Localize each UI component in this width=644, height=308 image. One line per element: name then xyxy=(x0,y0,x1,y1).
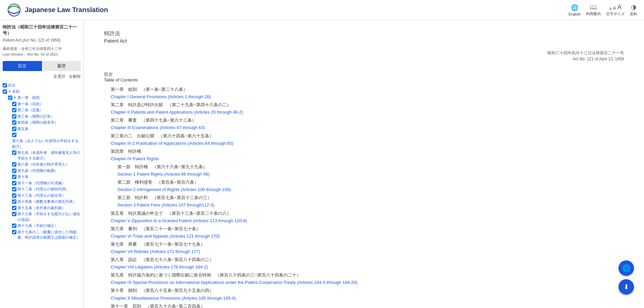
font-size-btn[interactable]: A A A 文字サイズ xyxy=(606,4,625,16)
toc-checkbox[interactable] xyxy=(12,181,16,185)
toc-section: 第十章 雑則 （第百八十五条−第百九十五条の四） Chapter X Misce… xyxy=(104,287,624,302)
toc-line-ja: 第三章 審査 （第四十七条−第六十三条） xyxy=(111,117,624,124)
toc-checkbox[interactable] xyxy=(12,162,16,167)
toc-checkbox[interactable] xyxy=(3,89,7,94)
toc-item-label[interactable]: 第一章 総則 xyxy=(17,95,40,101)
toc-item-label[interactable]: 第七条（未成年者、成年被後見人等の手続をする能力） xyxy=(17,150,81,161)
toc-line-en[interactable]: Chapter VII Retrials (Articles 171 throu… xyxy=(111,248,624,255)
toc-line-en[interactable]: Chapter IX Special Provisions on Interna… xyxy=(111,279,624,286)
toc-checkbox[interactable] xyxy=(12,224,16,228)
toc-item-label[interactable]: 第四条（期間の延長等） xyxy=(17,120,58,125)
toc-line-en[interactable]: Section 2 Infringement of Rights (Articl… xyxy=(117,186,624,193)
toc-checkbox[interactable] xyxy=(12,150,16,155)
toc-item-label[interactable]: 第十五条（在外者の裁判籍） xyxy=(17,205,65,211)
expand-icon[interactable]: ▼ xyxy=(8,89,11,94)
toc-item-label[interactable]: 第八条（在外者の特許管理人） xyxy=(17,162,69,167)
toc-checkbox[interactable] xyxy=(12,120,16,125)
toc-heading-ja: 目次 xyxy=(104,71,624,77)
toc-item-label[interactable]: 第二条（定義） xyxy=(17,107,43,113)
toc-checkbox[interactable] xyxy=(12,175,16,179)
expand-icon[interactable]: ▼ xyxy=(13,95,16,100)
toc-tree-item: 第四条（期間の延長等） xyxy=(3,119,81,126)
toc-checkbox[interactable] xyxy=(12,133,16,137)
toc-tree-item: 第十六条（手続をする能力がない場合の追認） xyxy=(3,211,81,223)
float-buttons: 🌐 ⬇ xyxy=(619,260,634,295)
toc-line-ja: 第六章 審判 （第百二十一条−第百七十条） xyxy=(111,225,624,233)
toc-checkbox[interactable] xyxy=(12,199,16,204)
toc-item-label[interactable]: 第九条（代理権の範囲） xyxy=(17,168,58,174)
toc-checkbox[interactable] xyxy=(12,108,16,112)
toc-checkbox[interactable] xyxy=(12,193,16,198)
toc-line-en[interactable]: Chapter I General Provisions (Articles 1… xyxy=(111,93,624,101)
toc-item-label[interactable]: 第十条 xyxy=(17,174,29,180)
tab-bar: 目次 履歴 xyxy=(3,61,81,71)
toc-line-ja: 第十章 雑則 （第百八十五条−第百九十五条の四） xyxy=(111,287,624,294)
toc-tree-item: 第十条 xyxy=(3,174,81,180)
toc-item-label[interactable]: 第十四条（複数当事者の相互代表） xyxy=(17,199,76,204)
font-size-large[interactable]: A xyxy=(618,4,622,11)
toc-item-label[interactable]: 第十二条（代理人の個別代理） xyxy=(17,186,69,192)
site-title: Japanese Law Translation xyxy=(25,6,108,14)
header-left: Japanese Law Translation xyxy=(7,3,108,17)
deselect-all-link[interactable]: 全解除 xyxy=(69,74,81,79)
toc-line-en[interactable]: Chapter V Opposition to a Granted Patent… xyxy=(111,217,624,225)
font-size-medium[interactable]: A xyxy=(613,5,616,11)
toc-checkbox[interactable] xyxy=(12,114,16,119)
tab-toc[interactable]: 目次 xyxy=(3,61,42,71)
toc-item-label[interactable]: 第十三条（代理人の改任等） xyxy=(17,193,65,198)
select-all-link[interactable]: 全選択 xyxy=(53,74,65,79)
toc-heading-en: Table of Contents xyxy=(104,77,624,82)
toc-checkbox[interactable] xyxy=(12,206,16,210)
toc-checkbox[interactable] xyxy=(12,187,16,191)
toc-line-en[interactable]: Section 3 Patent Fees (Articles 107 thro… xyxy=(117,201,624,209)
toc-item-label[interactable]: 第六条（法人でない社団等の手続をする能力） xyxy=(12,138,81,149)
toc-line-en[interactable]: Chapter III-2 Publication of Application… xyxy=(111,140,624,147)
guide-label: 利用案内 xyxy=(586,11,601,16)
language-btn[interactable]: 🌐 English xyxy=(569,4,581,16)
toc-section: 第三章の二 出願公開 （第六十四条−第六十五条） Chapter III-2 P… xyxy=(104,132,624,147)
toc-tree-item: ▼ 第一章 総則 xyxy=(3,95,81,101)
download-float-btn[interactable]: ⬇ xyxy=(619,279,634,295)
toc-item-label[interactable]: 第三条（期間の計算） xyxy=(17,114,54,119)
toc-section: 第十一章 罰則 （第百九十六条−第二百四条） xyxy=(104,303,624,308)
toc-checkbox[interactable] xyxy=(12,230,16,234)
toc-item-label[interactable]: 第十七条の二（願書に添付した明細書、特許請求の範囲又は図面の補正） xyxy=(17,229,81,240)
toc-checkbox[interactable] xyxy=(12,102,16,106)
toc-checkbox[interactable] xyxy=(12,127,16,131)
toc-item-label[interactable]: 第十六条（手続をする能力がない場合の追認） xyxy=(17,211,81,222)
guide-btn[interactable]: 📖 利用案内 xyxy=(586,3,601,16)
translate-float-btn[interactable]: 🌐 xyxy=(619,260,634,276)
toc-line-en[interactable]: Chapter VI Trials and Appeals (Articles … xyxy=(111,233,624,240)
sidebar: 特許法（昭和三十四年法律第百二十一号） Patent Act (Act No. … xyxy=(0,20,84,308)
toc-checkbox[interactable] xyxy=(3,83,7,87)
toc-item-label[interactable]: 目次 xyxy=(8,82,15,88)
toc-tree-item: 第八条（在外者の特許管理人） xyxy=(3,161,81,168)
toc-line-ja: 第二節 権利侵害 （第百条−第百六条） xyxy=(117,179,624,186)
toc-line-ja: 第五章 特許異議の申立て （第百十三条−第百二十条の八） xyxy=(111,210,624,217)
toc-line-en[interactable]: Chapter III Examinations (Articles 47 th… xyxy=(111,124,624,131)
tab-history[interactable]: 履歴 xyxy=(42,61,81,71)
sidebar-doc-title-ja: 特許法（昭和三十四年法律第百二十一号） xyxy=(3,24,81,36)
header: Japanese Law Translation 🌐 English 📖 利用案… xyxy=(0,0,644,20)
toc-checkbox[interactable] xyxy=(12,169,16,173)
globe-icon: 🌐 xyxy=(571,4,578,11)
toc-section: 第六章 審判 （第百二十一条−第百七十条） Chapter VI Trials … xyxy=(104,225,624,240)
toc-item-label[interactable]: 第十七条（手続の補正） xyxy=(17,223,58,229)
toc-tree-item: 第一条（目的） xyxy=(3,101,81,107)
toc-line-en[interactable]: Chapter II Patents and Patent Applicatio… xyxy=(111,109,624,116)
toc-tree-item: 第十一条（代理権の不消滅） xyxy=(3,180,81,186)
toc-line-en[interactable]: Section 1 Patent Rights (Articles 66 thr… xyxy=(117,171,624,178)
toc-line-en[interactable]: Chapter IV Patent Rights xyxy=(111,155,624,163)
toc-line-en[interactable]: Chapter VIII Litigation (Articles 178 th… xyxy=(111,263,624,271)
toc-item-label[interactable]: 第五条 xyxy=(17,126,29,132)
version-ja: 最終更新：令和三年法律第四十二号 xyxy=(3,46,81,52)
toc-line-ja: 第一節 特許権 （第六十六条−第九十九条） xyxy=(117,163,624,171)
toc-item-label[interactable]: 第一条（目的） xyxy=(17,101,43,107)
toc-item-label[interactable]: 第十一条（代理権の不消滅） xyxy=(17,180,65,186)
invert-btn[interactable]: ◑ 反転 xyxy=(630,3,637,16)
font-size-small[interactable]: A xyxy=(609,7,611,11)
toc-item-label[interactable]: 本則 xyxy=(12,89,19,95)
toc-checkbox[interactable] xyxy=(12,212,16,216)
toc-line-en[interactable]: Chapter X Miscellaneous Provisions (Arti… xyxy=(111,295,624,302)
toc-checkbox[interactable] xyxy=(8,96,12,100)
